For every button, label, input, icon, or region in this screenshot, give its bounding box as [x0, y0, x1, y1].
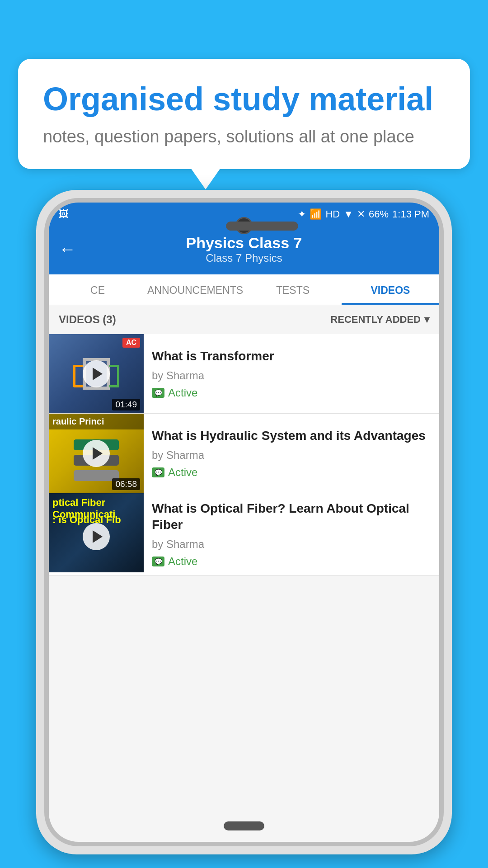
- video-thumbnail: AC 01:49: [49, 334, 144, 413]
- phone-speaker: [226, 222, 298, 231]
- tab-videos[interactable]: VIDEOS: [342, 274, 439, 305]
- bluetooth-icon: ✦: [298, 208, 306, 220]
- video-thumbnail: ptical Fiber Communicati : is Optical Fi…: [49, 493, 144, 572]
- status-left: 🖼: [59, 208, 69, 220]
- phone-home: [224, 821, 264, 830]
- tabs-bar: CE ANNOUNCEMENTS TESTS VIDEOS: [49, 274, 439, 305]
- tab-tests[interactable]: TESTS: [244, 274, 342, 305]
- video-author: by Sharma: [152, 449, 431, 462]
- time-label: 1:13 PM: [392, 208, 429, 220]
- video-item[interactable]: ptical Fiber Communicati : is Optical Fi…: [49, 493, 439, 576]
- wifi-icon: ▼: [343, 208, 353, 220]
- play-icon: [93, 368, 103, 380]
- hd-badge: HD: [325, 208, 340, 220]
- video-info: What is Transformer by Sharma 💬 Active: [144, 334, 439, 413]
- video-author: by Sharma: [152, 538, 431, 551]
- phone-mockup: 🖼 ✦ 📶 HD ▼ ✕ 66% 1:13 PM: [36, 190, 452, 854]
- sort-label: RECENTLY ADDED: [330, 314, 421, 326]
- photo-icon: 🖼: [59, 208, 69, 220]
- thumb-label: raulic Princi: [49, 414, 144, 429]
- sort-button[interactable]: RECENTLY ADDED ▾: [330, 314, 429, 326]
- header-text: Physics Class 7 Class 7 Physics: [85, 234, 403, 264]
- background: Organised study material notes, question…: [0, 0, 488, 868]
- status-label: Active: [168, 555, 197, 568]
- play-button[interactable]: [83, 360, 110, 387]
- video-item[interactable]: AC 01:49 What is Transformer by Sharma: [49, 334, 439, 414]
- network-icon: ✕: [357, 208, 365, 220]
- video-status: 💬 Active: [152, 555, 431, 568]
- play-icon: [93, 447, 103, 460]
- header-title: Physics Class 7: [85, 234, 403, 252]
- video-status: 💬 Active: [152, 466, 431, 479]
- videos-count: VIDEOS (3): [59, 313, 116, 326]
- chat-icon: 💬: [152, 388, 164, 398]
- video-title: What is Hydraulic System and its Advanta…: [152, 428, 431, 444]
- video-status: 💬 Active: [152, 387, 431, 399]
- chat-icon: 💬: [152, 467, 164, 477]
- signal-icon: 📶: [310, 208, 322, 220]
- video-duration: 06:58: [112, 478, 140, 490]
- video-info: What is Optical Fiber? Learn About Optic…: [144, 493, 439, 575]
- video-badge: AC: [122, 338, 140, 348]
- header-breadcrumb: Class 7 Physics: [85, 252, 403, 264]
- battery-label: 66%: [369, 208, 389, 220]
- speech-bubble: Organised study material notes, question…: [18, 59, 470, 169]
- status-label: Active: [168, 387, 197, 399]
- play-button[interactable]: [83, 523, 110, 550]
- video-list: AC 01:49 What is Transformer by Sharma: [49, 334, 439, 576]
- video-duration: 01:49: [112, 399, 140, 410]
- bubble-subtitle: notes, question papers, solutions all at…: [43, 127, 445, 146]
- video-info: What is Hydraulic System and its Advanta…: [144, 414, 439, 493]
- video-title: What is Optical Fiber? Learn About Optic…: [152, 500, 431, 533]
- video-thumbnail: raulic Princi: [49, 414, 144, 493]
- phone-screen: 🖼 ✦ 📶 HD ▼ ✕ 66% 1:13 PM: [49, 203, 439, 842]
- status-right: ✦ 📶 HD ▼ ✕ 66% 1:13 PM: [298, 208, 429, 220]
- video-title: What is Transformer: [152, 348, 431, 364]
- status-label: Active: [168, 466, 197, 479]
- videos-header: VIDEOS (3) RECENTLY ADDED ▾: [49, 305, 439, 334]
- bubble-title: Organised study material: [43, 81, 445, 117]
- chat-icon: 💬: [152, 557, 164, 566]
- tab-announcements[interactable]: ANNOUNCEMENTS: [146, 274, 244, 305]
- video-author: by Sharma: [152, 369, 431, 382]
- play-icon: [93, 530, 103, 543]
- tab-ce[interactable]: CE: [49, 274, 146, 305]
- video-item[interactable]: raulic Princi: [49, 414, 439, 493]
- play-button[interactable]: [83, 440, 110, 467]
- back-button[interactable]: ←: [59, 240, 76, 259]
- chevron-down-icon: ▾: [424, 314, 429, 326]
